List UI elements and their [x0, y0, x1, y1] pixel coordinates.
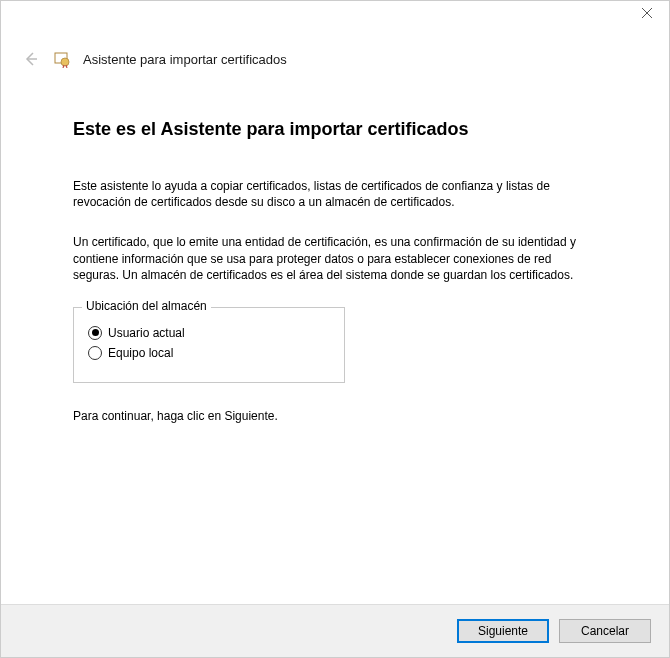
- radio-label-local-machine: Equipo local: [108, 346, 173, 360]
- radio-current-user[interactable]: Usuario actual: [88, 326, 330, 340]
- wizard-header: Asistente para importar certificados: [1, 1, 669, 79]
- store-location-group: Ubicación del almacén Usuario actual Equ…: [73, 307, 345, 383]
- close-button[interactable]: [641, 7, 655, 21]
- svg-point-4: [61, 58, 69, 66]
- page-title: Este es el Asistente para importar certi…: [73, 119, 597, 140]
- cancel-button[interactable]: Cancelar: [559, 619, 651, 643]
- wizard-content: Este es el Asistente para importar certi…: [1, 79, 669, 604]
- wizard-title: Asistente para importar certificados: [83, 52, 287, 67]
- store-location-legend: Ubicación del almacén: [82, 299, 211, 313]
- radio-icon: [88, 346, 102, 360]
- certificate-icon: [53, 50, 71, 68]
- wizard-window: Asistente para importar certificados Est…: [0, 0, 670, 658]
- next-button[interactable]: Siguiente: [457, 619, 549, 643]
- wizard-footer: Siguiente Cancelar: [1, 604, 669, 657]
- radio-label-current-user: Usuario actual: [108, 326, 185, 340]
- back-button[interactable]: [21, 49, 41, 69]
- radio-local-machine[interactable]: Equipo local: [88, 346, 330, 360]
- continue-text: Para continuar, haga clic en Siguiente.: [73, 409, 597, 423]
- explain-text: Un certificado, que lo emite una entidad…: [73, 234, 597, 283]
- radio-icon: [88, 326, 102, 340]
- close-icon: [641, 7, 653, 19]
- back-arrow-icon: [23, 51, 39, 67]
- intro-text: Este asistente lo ayuda a copiar certifi…: [73, 178, 597, 210]
